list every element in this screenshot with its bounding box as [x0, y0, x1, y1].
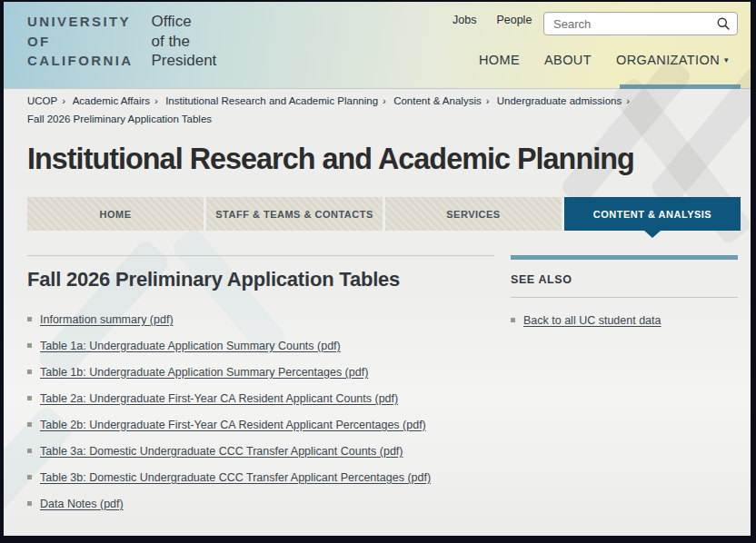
top-nav: HOME ABOUT ORGANIZATION ▾: [479, 53, 729, 67]
pdf-link[interactable]: Table 3b: Domestic Undergraduate CCC Tra…: [40, 471, 431, 484]
tab-label: CONTENT & ANALYSIS: [593, 209, 711, 220]
breadcrumb-item: Institutional Research and Academic Plan…: [165, 95, 391, 106]
office-line: of the: [152, 32, 217, 52]
breadcrumb-separator: ›: [154, 95, 158, 106]
list-item: Table 1b: Undergraduate Application Summ…: [27, 359, 494, 385]
tab-label: HOME: [100, 209, 132, 220]
breadcrumb-item: Fall 2026 Preliminary Application Tables…: [27, 114, 212, 124]
square-bullet-icon: [27, 343, 32, 348]
square-bullet-icon: [27, 475, 32, 479]
tab-label: SERVICES: [446, 209, 500, 220]
sidebar-accent-bar: [511, 255, 738, 260]
breadcrumb-link[interactable]: Undergraduate admissions: [497, 95, 622, 106]
list-item: Table 3b: Domestic Undergraduate CCC Tra…: [27, 464, 494, 490]
square-bullet-icon: [27, 501, 32, 506]
pdf-link[interactable]: Table 2a: Undergraduate First-Year CA Re…: [40, 392, 398, 405]
see-also-sidebar: SEE ALSO Back to all UC student data: [511, 255, 738, 333]
utility-link[interactable]: Jobs: [453, 14, 476, 26]
page: UNIVERSITYOFCALIFORNIA Officeof thePresi…: [4, 2, 751, 536]
breadcrumb-item: UCOP›: [27, 95, 70, 106]
wordmark-line: OF: [27, 32, 134, 52]
search-icon[interactable]: [716, 16, 731, 31]
document-link-list: Information summary (pdf) Table 1a: Unde…: [27, 306, 494, 517]
sidebar-link-list: Back to all UC student data: [511, 307, 738, 333]
main-content: Fall 2026 Preliminary Application Tables…: [27, 255, 494, 517]
office-line: Office: [152, 12, 217, 32]
list-item: Table 2b: Undergraduate First-Year CA Re…: [27, 411, 494, 438]
chevron-down-icon: ▾: [724, 55, 729, 64]
section-tab[interactable]: HOME: [27, 197, 204, 231]
site-header: UNIVERSITYOFCALIFORNIA Officeof thePresi…: [4, 2, 751, 89]
nav-item[interactable]: ABOUT: [544, 53, 592, 67]
square-bullet-icon: [27, 449, 32, 453]
breadcrumb-link[interactable]: Content & Analysis: [393, 95, 482, 106]
pdf-link[interactable]: Table 3a: Domestic Undergraduate CCC Tra…: [40, 445, 403, 458]
square-bullet-icon: [27, 370, 32, 374]
section-tab[interactable]: STAFF & TEAMS & CONTACTS: [206, 197, 383, 231]
square-bullet-icon: [511, 318, 515, 322]
breadcrumb-link[interactable]: UCOP: [27, 95, 57, 106]
breadcrumb: UCOP› Academic Affairs› Institutional Re…: [27, 93, 729, 128]
sidebar-link[interactable]: Back to all UC student data: [523, 314, 661, 327]
breadcrumb-link[interactable]: Institutional Research and Academic Plan…: [165, 95, 378, 106]
breadcrumb-link[interactable]: Fall 2026 Preliminary Application Tables: [27, 114, 212, 124]
square-bullet-icon: [27, 422, 32, 427]
breadcrumb-item: Content & Analysis›: [393, 95, 493, 106]
breadcrumb-separator: ›: [626, 95, 630, 106]
breadcrumb-link[interactable]: Academic Affairs: [73, 95, 150, 106]
nav-item[interactable]: HOME: [479, 53, 520, 67]
pdf-link[interactable]: Table 1b: Undergraduate Application Summ…: [40, 366, 368, 379]
breadcrumb-item: Undergraduate admissions›: [497, 95, 634, 106]
pdf-link[interactable]: Table 2b: Undergraduate First-Year CA Re…: [40, 419, 426, 431]
utility-links: JobsPeople: [453, 14, 532, 26]
pdf-link[interactable]: Information summary (pdf): [40, 313, 174, 326]
section-tab[interactable]: SERVICES: [385, 197, 562, 231]
breadcrumb-separator: ›: [62, 95, 65, 106]
utility-link[interactable]: People: [496, 14, 532, 26]
uc-logo[interactable]: UNIVERSITYOFCALIFORNIA Officeof thePresi…: [27, 12, 216, 71]
office-of-the-president: Officeof thePresident: [152, 12, 217, 71]
square-bullet-icon: [27, 317, 32, 321]
list-item: Data Notes (pdf): [27, 490, 494, 517]
list-item: Back to all UC student data: [511, 307, 738, 333]
content-heading: Fall 2026 Preliminary Application Tables: [27, 268, 494, 291]
tab-label: STAFF & TEAMS & CONTACTS: [215, 209, 373, 220]
pdf-link[interactable]: Data Notes (pdf): [40, 498, 124, 510]
page-title: Institutional Research and Academic Plan…: [27, 141, 634, 176]
section-tab[interactable]: CONTENT & ANALYSIS: [564, 197, 741, 231]
breadcrumb-separator: ›: [383, 95, 386, 106]
nav-item-label: ABOUT: [544, 53, 592, 67]
nav-item-label: HOME: [479, 53, 520, 67]
wordmark-line: CALIFORNIA: [27, 51, 134, 71]
section-tabs: HOME STAFF & TEAMS & CONTACTS SERVICES C…: [27, 197, 741, 231]
breadcrumb-item: Academic Affairs›: [73, 95, 163, 106]
list-item: Information summary (pdf): [27, 306, 494, 332]
list-item: Table 3a: Domestic Undergraduate CCC Tra…: [27, 438, 494, 464]
search-input[interactable]: [553, 17, 716, 31]
wordmark-line: UNIVERSITY: [27, 12, 134, 32]
pdf-link[interactable]: Table 1a: Undergraduate Application Summ…: [40, 340, 341, 352]
sidebar-divider: [511, 297, 738, 298]
uc-wordmark: UNIVERSITYOFCALIFORNIA: [27, 12, 134, 71]
office-line: President: [152, 51, 217, 71]
search-box: [543, 12, 738, 35]
list-item: Table 1a: Undergraduate Application Summ…: [27, 332, 494, 359]
square-bullet-icon: [27, 396, 32, 400]
list-item: Table 2a: Undergraduate First-Year CA Re…: [27, 385, 494, 411]
sidebar-heading: SEE ALSO: [511, 273, 738, 286]
breadcrumb-separator: ›: [486, 95, 490, 106]
